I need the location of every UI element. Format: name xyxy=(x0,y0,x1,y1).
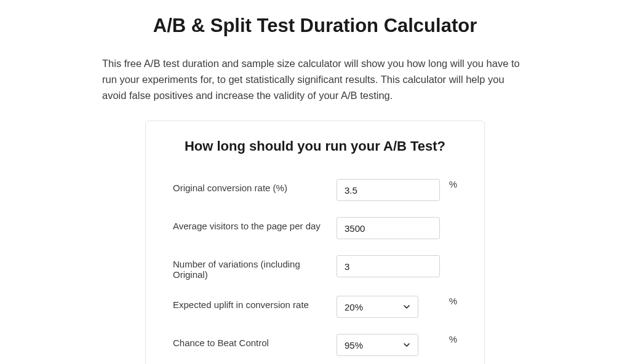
label-visitors: Average visitors to the page per day xyxy=(173,217,337,231)
input-variations[interactable] xyxy=(337,255,440,277)
input-visitors[interactable] xyxy=(337,217,440,239)
page-title: A/B & Split Test Duration Calculator xyxy=(100,15,530,37)
label-uplift: Expected uplift in conversion rate xyxy=(173,296,337,310)
row-chance-beat: Chance to Beat Control 95% % xyxy=(173,334,457,356)
row-conversion-rate: Original conversion rate (%) % xyxy=(173,179,457,201)
input-conversion-rate[interactable] xyxy=(337,179,440,201)
suffix-uplift: % xyxy=(440,296,457,306)
suffix-chance-beat: % xyxy=(440,334,457,344)
select-uplift[interactable]: 20% xyxy=(337,296,418,318)
label-conversion-rate: Original conversion rate (%) xyxy=(173,179,337,193)
row-visitors: Average visitors to the page per day xyxy=(173,217,457,239)
row-uplift: Expected uplift in conversion rate 20% % xyxy=(173,296,457,318)
select-chance-beat[interactable]: 95% xyxy=(337,334,418,356)
page-description: This free A/B test duration and sample s… xyxy=(100,55,530,103)
card-title: How long should you run your A/B Test? xyxy=(173,138,457,154)
row-variations: Number of variations (including Original… xyxy=(173,255,457,280)
label-chance-beat: Chance to Beat Control xyxy=(173,334,337,348)
suffix-conversion-rate: % xyxy=(440,179,457,189)
calculator-card: How long should you run your A/B Test? O… xyxy=(145,121,485,364)
label-variations: Number of variations (including Original… xyxy=(173,255,337,280)
